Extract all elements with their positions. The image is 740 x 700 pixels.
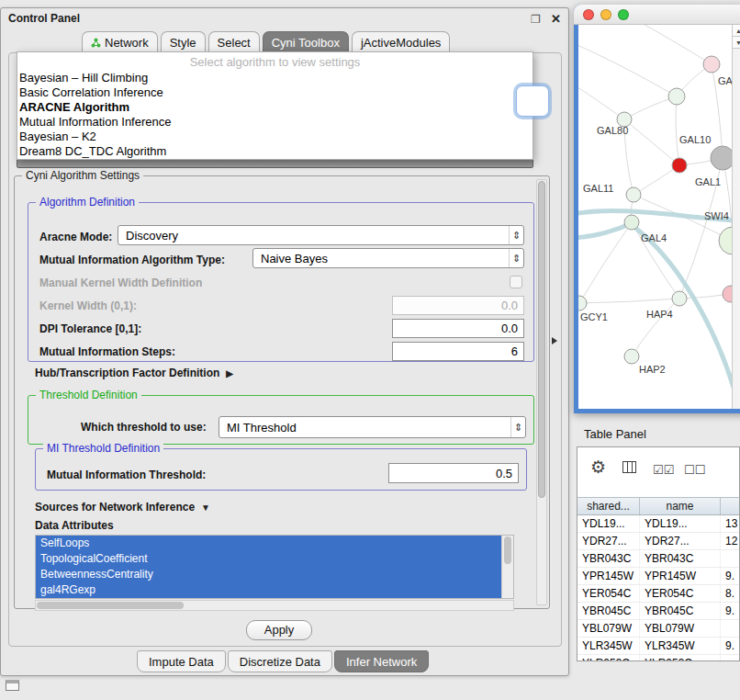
network-node[interactable]: [578, 296, 587, 310]
kernel-width-label: Kernel Width (0,1):: [39, 299, 137, 312]
zoom-light-icon[interactable]: [618, 9, 629, 20]
column-header[interactable]: name: [640, 498, 721, 514]
data-attribute-item[interactable]: BetweennessCentrality: [36, 567, 501, 582]
mi-type-select[interactable]: Naive Bayes ⇕: [252, 248, 524, 268]
network-vertical-scrollbar[interactable]: ▲ ▼: [732, 25, 740, 409]
network-window-titlebar[interactable]: [574, 5, 740, 25]
network-node[interactable]: [703, 56, 720, 73]
focused-field[interactable]: [516, 85, 549, 117]
sources-disclosure[interactable]: Sources for Network Inference ▼: [35, 501, 210, 514]
table-row[interactable]: YBL079WYBL079W: [577, 620, 740, 638]
table-row[interactable]: YDL19...YDL19...13: [577, 515, 740, 533]
network-edge[interactable]: [676, 96, 679, 165]
network-edge-highlight[interactable]: [578, 223, 632, 238]
table-cell: 9.: [721, 638, 740, 654]
data-attribute-item[interactable]: gal4RGexp: [36, 582, 501, 598]
algorithm-option[interactable]: Bayesian – K2: [17, 130, 533, 144]
algorithm-option[interactable]: Bayesian – Hill Climbing: [17, 71, 533, 85]
deselect-all-icon[interactable]: ☐☐: [684, 463, 705, 477]
tab-infer-network[interactable]: Infer Network: [334, 650, 429, 672]
network-node[interactable]: [672, 158, 687, 173]
table-row[interactable]: YLR345WYLR345W9.: [577, 638, 740, 655]
tab-style[interactable]: Style: [161, 31, 206, 53]
chevron-right-icon: ▶: [226, 368, 233, 378]
table-cell: YER054C: [640, 585, 721, 602]
tab-discretize-data[interactable]: Discretize Data: [228, 650, 332, 672]
kernel-width-field[interactable]: 0.0: [392, 296, 524, 315]
manual-kernel-label: Manual Kernel Width Definition: [39, 277, 202, 289]
select-all-icon[interactable]: ☑☑: [653, 463, 674, 477]
data-attribute-item[interactable]: SelfLoops: [36, 536, 501, 551]
scroll-up-icon[interactable]: ▲: [733, 25, 740, 37]
network-node[interactable]: [668, 88, 685, 105]
close-icon[interactable]: ✕: [551, 12, 561, 26]
algorithm-option[interactable]: Basic Correlation Inference: [17, 85, 533, 100]
network-node[interactable]: [711, 146, 732, 170]
tab-select[interactable]: Select: [208, 31, 260, 53]
network-node[interactable]: [672, 291, 687, 306]
table-row[interactable]: YBR045CYBR045C9.: [577, 603, 740, 620]
network-edge[interactable]: [624, 119, 679, 165]
table-row[interactable]: YDR27...YDR27...12: [577, 533, 740, 550]
network-edge[interactable]: [632, 299, 679, 356]
algorithm-option[interactable]: ARACNE Algorithm: [17, 100, 533, 115]
table-cell: YBR043C: [640, 550, 721, 567]
settings-scrollbar[interactable]: [536, 179, 547, 605]
settings-scrollbar-thumb[interactable]: [538, 181, 545, 498]
list-horizontal-scrollbar-thumb[interactable]: [37, 602, 184, 609]
scroll-down-icon[interactable]: ▼: [733, 37, 740, 49]
table-row[interactable]: YPR145WYPR145W9.: [577, 568, 740, 585]
network-node[interactable]: [624, 215, 639, 230]
table-cell: YDL19...: [640, 515, 721, 532]
network-edge[interactable]: [579, 299, 679, 303]
table-row[interactable]: YLR053CYLR053C: [577, 655, 740, 661]
which-threshold-select[interactable]: MI Threshold ⇕: [219, 416, 526, 438]
combo-arrows-icon: ⇕: [510, 417, 525, 437]
apply-button[interactable]: Apply: [246, 620, 312, 640]
columns-icon[interactable]: [622, 459, 637, 479]
manual-kernel-checkbox[interactable]: [510, 276, 522, 288]
list-vertical-scrollbar-thumb[interactable]: [504, 536, 511, 564]
data-attributes-label: Data Attributes: [35, 519, 114, 532]
column-header[interactable]: shared...: [577, 498, 640, 514]
data-attribute-item[interactable]: TopologicalCoefficient: [36, 551, 501, 567]
tab-jactivemodules[interactable]: jActiveModules: [352, 31, 450, 53]
tab-network[interactable]: Network: [82, 31, 158, 53]
close-light-icon[interactable]: [583, 9, 594, 20]
table-panel-window: ⚙ ☑☑ ☐☐ shared...name YDL19...YDL19...13…: [577, 446, 740, 661]
gear-icon[interactable]: ⚙: [590, 457, 606, 478]
splitter-collapse-icon[interactable]: [552, 337, 557, 344]
hub-definition-disclosure[interactable]: Hub/Transcription Factor Definition ▶: [35, 367, 233, 379]
aracne-mode-select[interactable]: Discovery ⇕: [118, 225, 524, 245]
network-edge[interactable]: [632, 25, 712, 64]
tab-impute-data[interactable]: Impute Data: [137, 650, 226, 672]
mi-threshold-field[interactable]: 0.5: [388, 463, 519, 483]
network-canvas[interactable]: GALGAL80GAL10GAL11GAL1SWI4GAL4GCY1HAP4YH…: [578, 25, 740, 409]
tab-cyni-toolbox[interactable]: Cyni Toolbox: [263, 31, 349, 53]
dpi-tolerance-field[interactable]: 0.0: [392, 319, 524, 338]
float-window-icon[interactable]: ❐: [531, 13, 541, 26]
hub-definition-label: Hub/Transcription Factor Definition: [35, 367, 219, 379]
tab-label: Infer Network: [346, 655, 417, 669]
algorithm-option[interactable]: Dream8 DC_TDC Algorithm: [17, 144, 533, 159]
table-row[interactable]: YBR043CYBR043C: [577, 550, 740, 568]
network-edge[interactable]: [633, 165, 679, 195]
table-row[interactable]: YER054CYER054C8.: [577, 585, 740, 603]
minimize-light-icon[interactable]: [600, 9, 611, 20]
combo-arrows-icon: ⇕: [509, 226, 523, 244]
network-edge[interactable]: [578, 41, 677, 96]
column-header[interactable]: [721, 498, 740, 514]
algorithm-option[interactable]: Mutual Information Inference: [17, 115, 533, 130]
aracne-mode-label: Aracne Mode:: [39, 231, 112, 243]
traffic-lights: [583, 9, 629, 20]
list-horizontal-scrollbar[interactable]: [35, 600, 514, 611]
mi-steps-field[interactable]: 6: [392, 342, 524, 361]
network-node[interactable]: [719, 227, 732, 254]
network-node[interactable]: [723, 286, 732, 302]
network-svg[interactable]: GALGAL80GAL10GAL11GAL1SWI4GAL4GCY1HAP4YH…: [578, 25, 732, 409]
list-vertical-scrollbar[interactable]: [501, 536, 513, 598]
network-node[interactable]: [626, 187, 641, 202]
minimized-panel-icon[interactable]: [6, 680, 19, 691]
network-node[interactable]: [624, 349, 639, 364]
network-edge[interactable]: [578, 82, 624, 119]
